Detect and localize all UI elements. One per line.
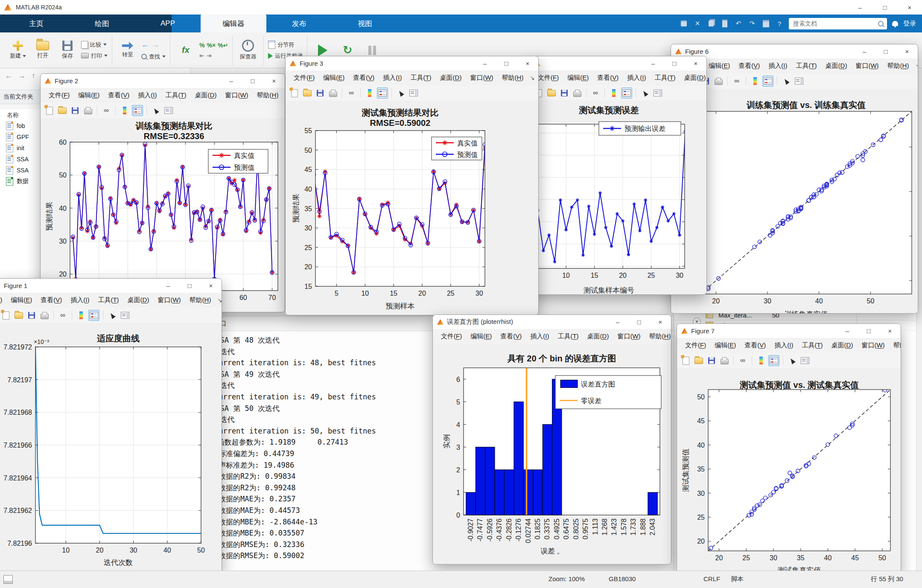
minimize-button[interactable]: – bbox=[854, 44, 875, 58]
zoom-level[interactable]: Zoom: 100% bbox=[549, 575, 585, 582]
figure6-titlebar[interactable]: Figure 6 –□× bbox=[671, 44, 918, 58]
print-icon[interactable] bbox=[713, 76, 724, 87]
minimize-button[interactable]: – bbox=[158, 279, 179, 293]
menu-overflow-icon[interactable]: ↘ bbox=[216, 297, 222, 303]
minimize-button[interactable]: – bbox=[474, 56, 496, 70]
save-icon[interactable] bbox=[559, 87, 570, 99]
new-script-button[interactable]: 新建 bbox=[7, 35, 29, 66]
open-folder-icon[interactable] bbox=[546, 87, 557, 99]
close-button[interactable]: × bbox=[685, 56, 706, 70]
link-icon[interactable]: ∞ bbox=[731, 76, 742, 87]
open-folder-icon[interactable] bbox=[693, 355, 704, 366]
menu-item[interactable]: 查看(V) bbox=[741, 341, 770, 349]
property-inspector-icon[interactable] bbox=[408, 87, 419, 99]
property-inspector-icon[interactable] bbox=[794, 76, 805, 87]
menu-item[interactable]: 工具(T) bbox=[161, 91, 190, 99]
minimize-button[interactable]: – bbox=[607, 315, 628, 329]
menu-item[interactable]: 帮助(H) bbox=[645, 332, 671, 341]
minimize-button[interactable]: – bbox=[837, 324, 858, 338]
maximize-button[interactable]: □ bbox=[858, 324, 879, 338]
link-icon[interactable]: ∞ bbox=[101, 105, 112, 116]
open-folder-icon[interactable] bbox=[13, 310, 24, 321]
menu-item[interactable]: 窗口(W) bbox=[221, 91, 252, 99]
link-icon[interactable]: ∞ bbox=[346, 87, 357, 99]
maximize-button[interactable]: □ bbox=[628, 315, 650, 329]
menu-item[interactable]: 帮助(H) bbox=[253, 91, 283, 99]
new-doc-icon[interactable] bbox=[289, 87, 300, 99]
menu-item[interactable]: 插入(I) bbox=[770, 341, 797, 349]
print-button[interactable]: 打印 bbox=[81, 52, 108, 60]
histogram-titlebar[interactable]: 误差直方图 (ploterrhist) –□× bbox=[433, 315, 671, 329]
menu-item[interactable]: 工具(T) bbox=[792, 62, 820, 70]
menu-item[interactable]: 文件(F) bbox=[45, 91, 73, 99]
menu-item[interactable]: 插入(I) bbox=[379, 74, 406, 82]
cursor-icon[interactable] bbox=[107, 310, 118, 321]
cursor-icon[interactable] bbox=[787, 355, 798, 366]
maximize-button[interactable]: □ bbox=[496, 56, 517, 70]
encoding-indicator[interactable]: GB18030 bbox=[609, 575, 636, 582]
copy-icon[interactable] bbox=[707, 19, 715, 28]
menu-item[interactable]: 桌面(D) bbox=[436, 74, 466, 82]
print-icon[interactable] bbox=[572, 87, 583, 99]
menu-item[interactable]: 插入(I) bbox=[764, 62, 791, 70]
tab-编辑器[interactable]: 编辑器 bbox=[201, 15, 266, 32]
close-button[interactable]: × bbox=[200, 279, 222, 293]
link-icon[interactable]: ∞ bbox=[590, 87, 601, 99]
maximize-button[interactable]: □ bbox=[872, 0, 897, 15]
cursor-icon[interactable] bbox=[395, 87, 406, 99]
menu-overflow-icon[interactable]: ↘ bbox=[913, 63, 918, 69]
menu-item[interactable]: 桌面(D) bbox=[680, 74, 707, 82]
find-button[interactable]: 查找 bbox=[141, 53, 166, 61]
menu-item[interactable]: 工具(T) bbox=[651, 74, 679, 82]
goto-button[interactable]: 转至 bbox=[117, 35, 139, 66]
save-icon[interactable] bbox=[70, 105, 81, 116]
figure1-titlebar[interactable]: Figure 1 –□× bbox=[0, 279, 222, 293]
close-button[interactable]: × bbox=[896, 44, 918, 58]
colorbar-icon[interactable] bbox=[750, 76, 761, 87]
open-button[interactable]: 打开 bbox=[32, 35, 54, 66]
menu-item[interactable]: 窗口(W) bbox=[154, 296, 184, 304]
menu-item[interactable]: 查看(V) bbox=[735, 62, 764, 70]
comment-icon[interactable]: % bbox=[199, 42, 204, 49]
back-arrow-icon[interactable]: ← bbox=[141, 40, 149, 49]
dock-icon[interactable] bbox=[3, 575, 13, 584]
figure3-titlebar[interactable]: Figure 3 –□× bbox=[286, 56, 538, 70]
nav-back-icon[interactable]: ← bbox=[5, 72, 12, 80]
menu-item[interactable]: 文件(F) bbox=[681, 341, 710, 349]
colorbar-icon[interactable] bbox=[756, 355, 767, 366]
uncomment-icon[interactable]: %× bbox=[207, 42, 216, 49]
menu-item[interactable]: 编辑(E) bbox=[319, 74, 348, 82]
new-doc-icon[interactable] bbox=[0, 310, 12, 321]
menu-item[interactable]: 桌面(D) bbox=[124, 296, 153, 304]
menu-item[interactable]: 窗口(W) bbox=[466, 74, 497, 82]
menu-item[interactable]: 查看(V) bbox=[593, 74, 622, 82]
menu-item[interactable]: 帮助(H) bbox=[890, 341, 901, 349]
insert-legend-icon[interactable] bbox=[762, 76, 773, 87]
close-button[interactable]: × bbox=[650, 315, 671, 329]
menu-item[interactable]: 编辑(E) bbox=[711, 341, 740, 349]
compare-button[interactable]: 比较 bbox=[81, 41, 108, 49]
maximize-button[interactable]: □ bbox=[179, 279, 200, 293]
menu-item[interactable]: 查看(V) bbox=[37, 296, 66, 304]
insert-function-button[interactable]: fx bbox=[175, 35, 197, 66]
link-icon[interactable]: ∞ bbox=[737, 355, 748, 366]
doc-search-box[interactable] bbox=[789, 18, 887, 29]
maximize-button[interactable]: □ bbox=[242, 74, 263, 88]
cursor-position[interactable]: 行 55 列 30 bbox=[871, 575, 903, 583]
profiler-button[interactable]: 探查器 bbox=[237, 35, 259, 66]
tab-绘图[interactable]: 绘图 bbox=[69, 15, 135, 32]
open-folder-icon[interactable] bbox=[57, 105, 68, 116]
menu-item[interactable]: 编辑(E) bbox=[705, 62, 734, 70]
property-inspector-icon[interactable] bbox=[120, 310, 131, 321]
open-folder-icon[interactable] bbox=[302, 87, 313, 99]
insert-legend-icon[interactable] bbox=[88, 310, 99, 321]
tab-发布[interactable]: 发布 bbox=[266, 15, 332, 32]
menu-item[interactable]: 窗口(W) bbox=[613, 332, 644, 341]
tab-主页[interactable]: 主页 bbox=[3, 15, 69, 32]
tab-视图[interactable]: 视图 bbox=[332, 15, 398, 32]
menu-item[interactable]: 桌面(D) bbox=[584, 332, 613, 341]
minimize-button[interactable]: – bbox=[221, 74, 242, 88]
close-button[interactable]: × bbox=[517, 56, 538, 70]
new-doc-icon[interactable] bbox=[44, 105, 55, 116]
menu-item[interactable]: 文件(F) bbox=[290, 74, 318, 82]
